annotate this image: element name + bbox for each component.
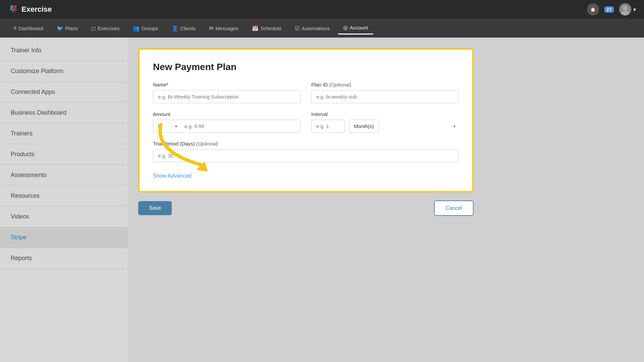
- svg-point-3: [621, 11, 629, 15]
- sidebar-item-videos[interactable]: Videos: [0, 206, 127, 227]
- currency-select[interactable]: $ € £: [153, 120, 180, 133]
- automations-icon: ☑: [295, 25, 300, 32]
- avatar: [619, 3, 631, 15]
- plans-icon: 🐦: [57, 25, 63, 32]
- show-advanced-link[interactable]: Show Advanced: [153, 173, 192, 179]
- nav-exercises-label: Exercises: [98, 25, 119, 31]
- interval-select-wrapper: Month(s) Week(s) Day(s) Year(s) ▾: [349, 120, 459, 133]
- currency-wrapper: $ € £ ▾: [153, 120, 180, 133]
- nav-plans[interactable]: 🐦 Plans: [51, 22, 84, 34]
- amount-label: Amount: [153, 111, 301, 117]
- avatar-dropdown[interactable]: ▾: [619, 3, 636, 15]
- amount-input[interactable]: [180, 120, 301, 133]
- sidebar-item-trainer-info[interactable]: Trainer Info: [0, 40, 127, 61]
- name-group: Name*: [153, 82, 301, 103]
- form-actions: Save Cancel: [138, 200, 474, 216]
- svg-point-2: [623, 6, 628, 10]
- plan-id-group: Plan ID (Optional): [311, 82, 459, 103]
- nav-schedule-label: Schedule: [261, 25, 282, 31]
- amount-group: Amount $ € £ ▾: [153, 111, 301, 133]
- sidebar-item-resources[interactable]: Resources: [0, 186, 127, 206]
- sidebar-item-reports[interactable]: Reports: [0, 248, 127, 269]
- nav-messages[interactable]: ✉ Messages: [204, 22, 244, 34]
- cancel-button[interactable]: Cancel: [434, 200, 474, 216]
- nav-automations[interactable]: ☑ Automations: [289, 22, 335, 34]
- form-row-3: Trial Period (Days) (Optional): [153, 141, 459, 162]
- interval-label: Interval: [311, 111, 459, 117]
- sidebar: Trainer Info Customize Platform Connecte…: [0, 38, 127, 362]
- trial-group: Trial Period (Days) (Optional): [153, 141, 459, 162]
- interval-group: Interval Month(s) Week(s) Day(s) Year(s)…: [311, 111, 459, 133]
- topbar-right: ⏰ 27 ▾: [587, 3, 636, 15]
- interval-select-arrow-icon: ▾: [453, 124, 455, 129]
- name-label: Name*: [153, 82, 301, 87]
- nav-schedule[interactable]: 📅 Schedule: [247, 22, 287, 34]
- sidebar-item-customize-platform[interactable]: Customize Platform: [0, 61, 127, 82]
- sidebar-item-connected-apps[interactable]: Connected Apps: [0, 82, 127, 103]
- notification-badge[interactable]: 27: [604, 6, 614, 13]
- nav-dashboard[interactable]: ≡ Dashboard: [8, 22, 49, 34]
- nav-messages-label: Messages: [215, 25, 238, 31]
- main-content: New Payment Plan Name* Plan ID (Optional…: [127, 38, 644, 362]
- nav-plans-label: Plans: [65, 25, 78, 31]
- top-bar: Exercise ⏰ 27 ▾: [0, 0, 644, 19]
- groups-icon: 👥: [133, 25, 140, 32]
- sidebar-item-products[interactable]: Products: [0, 144, 127, 165]
- plan-id-label: Plan ID (Optional): [311, 82, 459, 87]
- account-icon: ◎: [343, 24, 348, 31]
- timer-icon[interactable]: ⏰: [587, 3, 599, 15]
- name-input[interactable]: [153, 90, 301, 103]
- save-button[interactable]: Save: [138, 201, 172, 215]
- app-logo: Exercise: [8, 4, 52, 15]
- nav-account[interactable]: ◎ Account: [338, 22, 373, 35]
- main-layout: Trainer Info Customize Platform Connecte…: [0, 38, 644, 362]
- trial-label: Trial Period (Days) (Optional): [153, 141, 459, 146]
- logo-icon: [8, 4, 19, 15]
- form-card: New Payment Plan Name* Plan ID (Optional…: [138, 48, 474, 192]
- app-name: Exercise: [21, 5, 52, 14]
- sidebar-item-assessments[interactable]: Assessments: [0, 165, 127, 186]
- clients-icon: 👤: [172, 25, 178, 32]
- trial-input[interactable]: [153, 149, 459, 162]
- form-row-2: Amount $ € £ ▾ Inte: [153, 111, 459, 133]
- amount-row: $ € £ ▾: [153, 120, 301, 133]
- sidebar-item-business-dashboard[interactable]: Business Dashboard: [0, 103, 127, 123]
- sidebar-item-stripe[interactable]: Stripe: [0, 227, 127, 248]
- form-title: New Payment Plan: [153, 62, 459, 72]
- nav-clients-label: Clients: [180, 25, 196, 31]
- nav-dashboard-label: Dashboard: [18, 25, 43, 31]
- nav-automations-label: Automations: [302, 25, 329, 31]
- nav-bar: ≡ Dashboard 🐦 Plans ◻ Exercises 👥 Groups…: [0, 19, 644, 38]
- nav-account-label: Account: [350, 25, 368, 31]
- schedule-icon: 📅: [252, 25, 259, 32]
- interval-select[interactable]: Month(s) Week(s) Day(s) Year(s): [349, 120, 379, 133]
- svg-marker-1: [13, 5, 17, 13]
- nav-clients[interactable]: 👤 Clients: [166, 22, 201, 34]
- messages-icon: ✉: [209, 25, 213, 32]
- interval-number-input[interactable]: [311, 120, 345, 133]
- dropdown-arrow: ▾: [633, 6, 636, 13]
- dashboard-icon: ≡: [13, 25, 16, 31]
- plan-id-input[interactable]: [311, 90, 459, 103]
- form-row-1: Name* Plan ID (Optional): [153, 82, 459, 103]
- nav-groups-label: Groups: [142, 25, 158, 31]
- nav-exercises[interactable]: ◻ Exercises: [86, 22, 125, 34]
- interval-row: Month(s) Week(s) Day(s) Year(s) ▾: [311, 120, 459, 133]
- exercises-icon: ◻: [91, 25, 96, 32]
- sidebar-item-trainers[interactable]: Trainers: [0, 123, 127, 144]
- nav-groups[interactable]: 👥 Groups: [127, 22, 163, 34]
